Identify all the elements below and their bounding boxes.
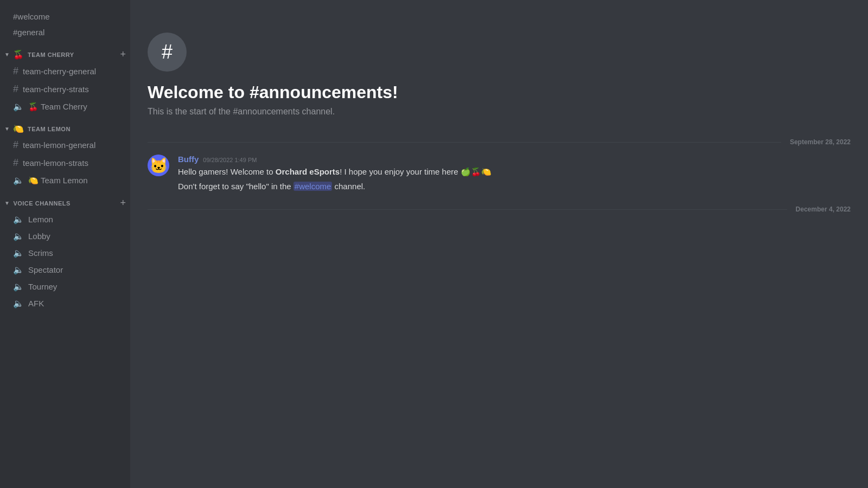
channel-name: Scrims	[28, 248, 53, 258]
channel-name: team-cherry-general	[23, 67, 96, 76]
main-content: # Welcome to #announcements! This is the…	[130, 0, 868, 488]
channel-item-team-cherry-strats[interactable]: # team-cherry-strats	[4, 81, 126, 98]
message-text-line1: Hello gamers! Welcome to Orchard eSports…	[178, 166, 851, 178]
speaker-icon: 🔈	[13, 281, 24, 292]
category-voice-channels[interactable]: ▼ VOICE CHANNELS +	[0, 189, 130, 211]
date-label-1: September 28, 2022	[790, 138, 851, 146]
channel-icon: #	[148, 33, 187, 72]
speaker-icon: 🔈	[13, 101, 24, 112]
date-label-2: December 4, 2022	[796, 206, 851, 213]
bold-orchard: Orchard eSports	[276, 167, 340, 176]
hash-icon: #	[13, 157, 18, 169]
username-buffy: Buffy	[178, 155, 199, 164]
category-team-cherry[interactable]: ▼ 🍒 TEAM CHERRY +	[0, 40, 130, 62]
lemon-emoji-voice: 🍋	[28, 176, 39, 185]
channel-item-team-lemon-general[interactable]: # team-lemon-general	[4, 137, 126, 153]
chevron-icon: ▼	[4, 126, 10, 132]
date-divider-1: September 28, 2022	[130, 130, 868, 150]
channel-item-team-cherry-general[interactable]: # team-cherry-general	[4, 63, 126, 80]
hash-icon: #	[13, 28, 17, 37]
channel-item-team-lemon-voice[interactable]: 🔈 🍋 Team Lemon	[4, 172, 126, 188]
message-content-buffy: Buffy 09/28/2022 1:49 PM Hello gamers! W…	[178, 155, 851, 192]
category-team-lemon[interactable]: ▼ 🍋 TEAM LEMON	[0, 115, 130, 136]
channel-item-team-cherry-voice[interactable]: 🔈 🍒 Team Cherry	[4, 99, 126, 114]
cherry-emoji-voice: 🍒	[28, 102, 39, 112]
cherry-emoji: 🍒	[13, 49, 24, 60]
channel-item-afk-vc[interactable]: 🔈 AFK	[4, 296, 126, 311]
channel-name: AFK	[28, 299, 44, 308]
welcome-title: Welcome to #announcements!	[148, 82, 851, 102]
channel-name: Tourney	[28, 282, 57, 291]
message-text-line2: Don't forget to say "hello" in the #welc…	[178, 181, 851, 193]
category-label-team-lemon: TEAM LEMON	[28, 126, 71, 132]
channel-name-general: general	[17, 28, 44, 37]
channel-item-spectator-vc[interactable]: 🔈 Spectator	[4, 262, 126, 278]
channel-item-lemon-vc[interactable]: 🔈 Lemon	[4, 211, 126, 227]
channel-name-welcome: welcome	[17, 12, 49, 21]
timestamp-buffy: 09/28/2022 1:49 PM	[203, 157, 257, 163]
sidebar: # welcome # general ▼ 🍒 TEAM CHERRY + # …	[0, 0, 130, 488]
message-header: Buffy 09/28/2022 1:49 PM	[178, 155, 851, 164]
channel-name: Spectator	[28, 265, 63, 274]
channel-item-scrims-vc[interactable]: 🔈 Scrims	[4, 245, 126, 261]
channel-name: team-lemon-strats	[23, 158, 88, 168]
lemon-emoji: 🍋	[13, 124, 24, 134]
speaker-icon: 🔈	[13, 298, 24, 309]
welcome-subtitle: This is the start of the #announcements …	[148, 107, 851, 117]
channel-name: Lobby	[28, 232, 50, 241]
channel-name: Team Cherry	[41, 102, 87, 111]
hash-icon: #	[13, 66, 18, 77]
speaker-icon: 🔈	[13, 231, 24, 241]
add-channel-button-voice[interactable]: +	[120, 197, 126, 209]
channel-item-lobby-vc[interactable]: 🔈 Lobby	[4, 228, 126, 244]
channel-item-tourney-vc[interactable]: 🔈 Tourney	[4, 279, 126, 294]
channel-name: team-cherry-strats	[23, 85, 89, 94]
speaker-icon: 🔈	[13, 214, 24, 224]
speaker-icon: 🔈	[13, 265, 24, 275]
welcome-mention[interactable]: #welcome	[293, 182, 333, 191]
welcome-section: # Welcome to #announcements! This is the…	[130, 0, 868, 130]
channel-item-team-lemon-strats[interactable]: # team-lemon-strats	[4, 155, 126, 171]
channel-name: Lemon	[28, 215, 53, 224]
avatar-buffy: 🐱	[148, 155, 169, 176]
speaker-icon: 🔈	[13, 175, 24, 185]
category-label-voice: VOICE CHANNELS	[13, 200, 70, 207]
category-label-team-cherry: TEAM CHERRY	[28, 52, 74, 58]
hash-icon: #	[13, 84, 18, 95]
channel-name: Team Lemon	[41, 176, 88, 185]
channel-item-welcome[interactable]: # welcome	[4, 9, 126, 24]
channel-name: team-lemon-general	[23, 140, 95, 150]
message-group-buffy: 🐱 Buffy 09/28/2022 1:49 PM Hello gamers!…	[130, 150, 868, 197]
chevron-icon: ▼	[4, 200, 10, 206]
speaker-icon: 🔈	[13, 248, 24, 258]
hash-icon: #	[13, 139, 18, 151]
channel-item-general[interactable]: # general	[4, 25, 126, 40]
date-divider-2: December 4, 2022	[130, 197, 868, 217]
chevron-icon: ▼	[4, 52, 10, 57]
hash-icon-large: #	[162, 41, 173, 63]
add-channel-button-cherry[interactable]: +	[120, 49, 126, 60]
